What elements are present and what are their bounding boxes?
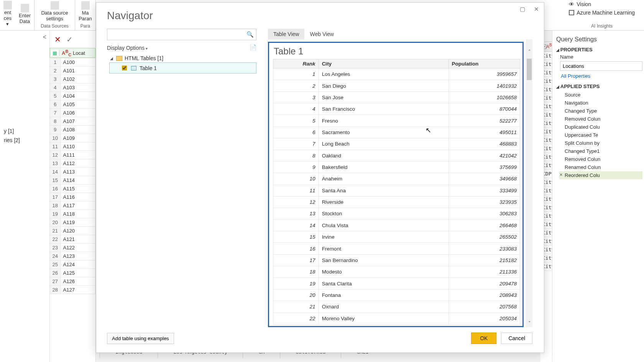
row-number[interactable]: 14: [50, 168, 61, 176]
cell[interactable]: A108: [61, 126, 95, 134]
applied-step[interactable]: Changed Type: [559, 107, 642, 115]
row-number[interactable]: 5: [50, 92, 61, 100]
table-row[interactable]: 20Fontana208943: [273, 289, 520, 301]
cell[interactable]: A115: [61, 185, 95, 193]
table-row[interactable]: 18Modesto211336: [273, 266, 520, 278]
row-number[interactable]: 21: [50, 227, 61, 235]
cell[interactable]: A110: [61, 143, 95, 151]
close-icon[interactable]: ✕: [532, 6, 540, 13]
cell[interactable]: A118: [61, 210, 95, 218]
table-row[interactable]: 5Fresno522277: [273, 115, 520, 126]
twisty-icon[interactable]: ◢: [110, 56, 114, 61]
cell[interactable]: A123: [61, 252, 95, 260]
cancel-icon[interactable]: ✕: [54, 35, 61, 44]
row-number[interactable]: 24: [50, 252, 61, 260]
query-folder[interactable]: y [1]: [4, 126, 46, 136]
row-number[interactable]: 8: [50, 117, 61, 126]
search-icon[interactable]: 🔍: [246, 31, 254, 38]
table-row[interactable]: 1Los Angeles3959657: [273, 69, 520, 80]
column-header[interactable]: ▦ ABC Locat: [50, 48, 95, 58]
applied-steps-section[interactable]: APPLIED STEPS: [556, 84, 642, 89]
cell[interactable]: A103: [61, 84, 95, 92]
applied-step[interactable]: Removed Colun: [559, 115, 642, 123]
row-number[interactable]: 4: [50, 84, 61, 92]
maximize-icon[interactable]: ▢: [519, 6, 526, 13]
table-row[interactable]: 22Moreno Valley205034: [273, 313, 520, 324]
manage-parameters-button[interactable]: Ma Paran: [79, 1, 92, 22]
tree-folder[interactable]: ◢ HTML Tables [1]: [109, 54, 256, 62]
tab-web-view[interactable]: Web View: [304, 29, 339, 39]
cell[interactable]: A112: [61, 159, 95, 168]
query-name-input[interactable]: [560, 61, 642, 71]
row-number[interactable]: 6: [50, 100, 61, 109]
query-folder[interactable]: ries [2]: [4, 136, 46, 145]
cell[interactable]: A124: [61, 260, 95, 269]
applied-step[interactable]: Changed Type1: [559, 147, 642, 155]
table-row[interactable]: 9Bakersfield375699: [273, 161, 520, 173]
table-row[interactable]: 15Irvine265502: [273, 231, 520, 243]
applied-step[interactable]: Reordered Colu: [559, 171, 642, 179]
cancel-button[interactable]: Cancel: [501, 333, 532, 344]
table-row[interactable]: 3San Jose1026658: [273, 92, 520, 103]
row-number[interactable]: 22: [50, 235, 61, 244]
row-number[interactable]: 11: [50, 143, 61, 151]
row-number[interactable]: 25: [50, 260, 61, 269]
row-number[interactable]: 26: [50, 269, 61, 277]
cell[interactable]: A121: [61, 235, 95, 244]
cell[interactable]: A114: [61, 176, 95, 185]
table-row[interactable]: 12Riverside323935: [273, 196, 520, 208]
row-number[interactable]: 2: [50, 67, 61, 75]
properties-section[interactable]: PROPERTIES: [556, 47, 642, 52]
table-row[interactable]: 10Anaheim349668: [273, 173, 520, 185]
preview-scrollbar[interactable]: ⌃ ⌄: [526, 39, 532, 327]
row-number[interactable]: 7: [50, 109, 61, 117]
cell[interactable]: A111: [61, 151, 95, 159]
row-number[interactable]: 27: [50, 277, 61, 286]
table-row[interactable]: 14Chula Vista266468: [273, 219, 520, 231]
table-row[interactable]: 16Fremont233083: [273, 243, 520, 254]
cell[interactable]: A119: [61, 218, 95, 227]
enter-data-button[interactable]: Enter Data: [19, 4, 31, 25]
cell[interactable]: A109: [61, 134, 95, 143]
row-number[interactable]: 13: [50, 159, 61, 168]
row-number[interactable]: 15: [50, 176, 61, 185]
table-row[interactable]: 19Santa Clarita209478: [273, 278, 520, 289]
table-row[interactable]: 8Oakland421042: [273, 150, 520, 161]
table-row[interactable]: 4San Francisco870044: [273, 103, 520, 115]
table-row[interactable]: 2San Diego1401932: [273, 80, 520, 92]
cell[interactable]: A104: [61, 92, 95, 100]
all-properties-link[interactable]: All Properties: [561, 73, 590, 79]
applied-step[interactable]: Split Column by: [559, 139, 642, 147]
table-row[interactable]: 17San Bernardino215182: [273, 254, 520, 266]
cell[interactable]: A100: [61, 58, 95, 67]
row-number[interactable]: 3: [50, 75, 61, 84]
row-number[interactable]: 16: [50, 185, 61, 193]
applied-step[interactable]: Uppercased Te: [559, 131, 642, 139]
display-options-dropdown[interactable]: Display Options: [107, 45, 148, 51]
cell[interactable]: A113: [61, 168, 95, 176]
row-number[interactable]: 17: [50, 193, 61, 201]
row-number[interactable]: 12: [50, 151, 61, 159]
table-row[interactable]: 6Sacramento495011: [273, 126, 520, 138]
table-icon[interactable]: ▦: [50, 50, 59, 56]
search-input[interactable]: [110, 31, 246, 38]
table-row[interactable]: 21Oxnard207568: [273, 301, 520, 313]
commit-icon[interactable]: ✓: [66, 35, 73, 44]
cell[interactable]: A127: [61, 286, 95, 294]
applied-step[interactable]: Source: [559, 91, 642, 99]
row-number[interactable]: 18: [50, 201, 61, 210]
collapse-queries-icon[interactable]: <: [43, 34, 46, 41]
cell[interactable]: A126: [61, 277, 95, 286]
row-number[interactable]: 1: [50, 58, 61, 67]
recent-sources-button[interactable]: ent ces ▾: [3, 1, 12, 27]
col-city[interactable]: City: [319, 59, 449, 69]
table-row[interactable]: 11Santa Ana333499: [273, 185, 520, 196]
row-number[interactable]: 10: [50, 134, 61, 143]
add-table-examples-button[interactable]: Add table using examples: [107, 333, 174, 344]
applied-step[interactable]: Navigation: [559, 99, 642, 107]
tree-table-item[interactable]: Table 1: [109, 62, 256, 74]
ok-button[interactable]: OK: [471, 333, 496, 344]
table-row[interactable]: 13Stockton306283: [273, 208, 520, 219]
cell[interactable]: A122: [61, 244, 95, 252]
scroll-thumb[interactable]: [527, 59, 532, 80]
